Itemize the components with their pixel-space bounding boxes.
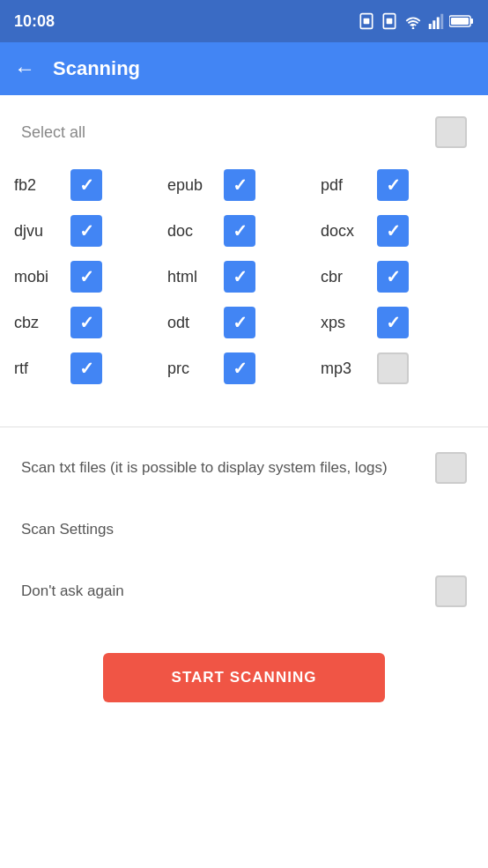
checkbox-epub[interactable] xyxy=(224,169,255,201)
file-label-docx: docx xyxy=(321,222,366,241)
dont-ask-checkbox[interactable] xyxy=(435,575,467,607)
back-button[interactable]: ← xyxy=(14,58,35,79)
scan-txt-label: Scan txt files (it is possible to displa… xyxy=(21,457,435,479)
file-item-fb2: fb2 xyxy=(14,169,167,201)
file-item-html: html xyxy=(167,261,321,293)
wifi-icon xyxy=(403,13,423,29)
app-bar-title: Scanning xyxy=(53,57,140,80)
checkbox-xps[interactable] xyxy=(377,307,409,338)
svg-rect-11 xyxy=(451,18,469,25)
file-item-epub: epub xyxy=(167,169,321,201)
sim1-icon xyxy=(358,12,375,30)
checkbox-doc[interactable] xyxy=(224,215,255,247)
select-all-label: Select all xyxy=(21,123,85,142)
file-item-pdf: pdf xyxy=(321,169,474,201)
file-item-cbz: cbz xyxy=(14,307,167,338)
content-area: Select all fb2 epub pdf djvu xyxy=(0,95,488,868)
file-types-section: fb2 epub pdf djvu doc docx xyxy=(0,162,488,419)
sim2-icon xyxy=(381,12,398,30)
checkbox-odt[interactable] xyxy=(224,307,255,338)
file-item-docx: docx xyxy=(321,215,474,247)
battery-icon xyxy=(449,14,474,28)
file-row-4: cbz odt xps xyxy=(14,307,474,338)
checkbox-mobi[interactable] xyxy=(70,261,102,293)
divider-1 xyxy=(0,427,488,427)
file-label-mobi: mobi xyxy=(14,268,60,286)
signal-icon xyxy=(428,13,444,29)
status-time: 10:08 xyxy=(14,12,55,31)
scan-settings-label: Scan Settings xyxy=(21,519,467,540)
dont-ask-row: Don't ask again xyxy=(0,558,488,625)
file-label-odt: odt xyxy=(167,314,213,332)
checkbox-cbr[interactable] xyxy=(377,261,409,293)
svg-rect-10 xyxy=(470,19,473,24)
status-icons xyxy=(358,12,474,30)
file-item-rtf: rtf xyxy=(14,352,167,384)
file-item-prc: prc xyxy=(167,352,321,384)
file-item-odt: odt xyxy=(167,307,321,338)
checkbox-html[interactable] xyxy=(224,261,255,293)
file-label-rtf: rtf xyxy=(14,360,60,378)
file-item-cbr: cbr xyxy=(321,261,474,293)
file-label-pdf: pdf xyxy=(321,176,366,195)
file-label-djvu: djvu xyxy=(14,222,60,241)
file-item-mp3: mp3 xyxy=(321,352,474,384)
svg-rect-3 xyxy=(387,19,393,25)
checkbox-pdf[interactable] xyxy=(377,169,409,201)
file-label-fb2: fb2 xyxy=(14,176,60,195)
button-container: START SCANNING xyxy=(0,625,488,723)
status-bar: 10:08 xyxy=(0,0,488,42)
file-row-3: mobi html cbr xyxy=(14,261,474,293)
svg-rect-6 xyxy=(433,20,435,29)
file-row-2: djvu doc docx xyxy=(14,215,474,247)
svg-rect-1 xyxy=(364,19,370,25)
file-label-cbz: cbz xyxy=(14,314,60,332)
checkbox-rtf[interactable] xyxy=(70,352,102,384)
scan-txt-checkbox[interactable] xyxy=(435,452,467,484)
file-row-5: rtf prc mp3 xyxy=(14,352,474,384)
file-row-1: fb2 epub pdf xyxy=(14,169,474,201)
dont-ask-label: Don't ask again xyxy=(21,581,435,602)
checkbox-mp3[interactable] xyxy=(377,352,409,384)
file-label-epub: epub xyxy=(167,176,213,195)
select-all-row: Select all xyxy=(0,95,488,162)
svg-rect-5 xyxy=(429,24,432,29)
file-item-mobi: mobi xyxy=(14,261,167,293)
file-item-doc: doc xyxy=(167,215,321,247)
file-label-xps: xps xyxy=(321,314,366,332)
start-scanning-button[interactable]: START SCANNING xyxy=(103,653,385,702)
svg-point-4 xyxy=(412,27,415,29)
file-label-cbr: cbr xyxy=(321,268,366,286)
svg-rect-7 xyxy=(437,18,440,30)
file-label-prc: prc xyxy=(167,360,213,378)
file-label-html: html xyxy=(167,268,213,286)
select-all-checkbox[interactable] xyxy=(435,116,467,148)
scan-txt-row: Scan txt files (it is possible to displa… xyxy=(0,434,488,501)
app-bar: ← Scanning xyxy=(0,42,488,95)
checkbox-prc[interactable] xyxy=(224,352,255,384)
file-item-djvu: djvu xyxy=(14,215,167,247)
file-label-doc: doc xyxy=(167,222,213,241)
svg-rect-8 xyxy=(440,14,443,29)
checkbox-djvu[interactable] xyxy=(70,215,102,247)
scan-settings-row[interactable]: Scan Settings xyxy=(0,501,488,558)
checkbox-docx[interactable] xyxy=(377,215,409,247)
file-label-mp3: mp3 xyxy=(321,360,366,378)
checkbox-fb2[interactable] xyxy=(70,169,102,201)
file-item-xps: xps xyxy=(321,307,474,338)
checkbox-cbz[interactable] xyxy=(70,307,102,338)
